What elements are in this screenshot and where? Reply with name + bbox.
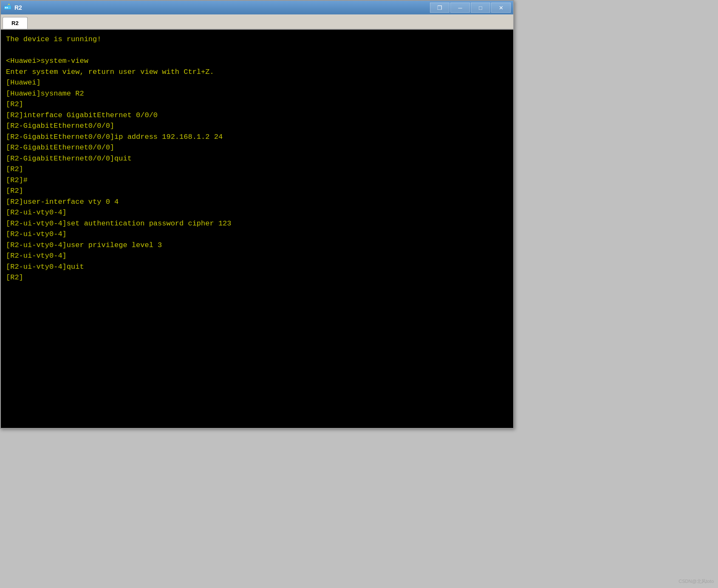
tab-bar: R2 (1, 14, 513, 30)
restore-button[interactable]: ❐ (430, 3, 449, 13)
svg-point-1 (5, 7, 6, 8)
title-bar-left: R2 (3, 3, 22, 12)
title-bar-buttons: ❐ ─ □ ✕ (430, 3, 511, 13)
tab-r2[interactable]: R2 (3, 17, 28, 29)
terminal-output[interactable]: The device is running! <Huawei>system-vi… (1, 30, 513, 428)
main-window: R2 ❐ ─ □ ✕ R2 The device is running! <Hu… (0, 0, 514, 429)
window-title: R2 (14, 4, 22, 11)
minimize-button[interactable]: ─ (450, 3, 470, 13)
svg-point-2 (7, 7, 8, 8)
maximize-button[interactable]: □ (471, 3, 490, 13)
title-bar: R2 ❐ ─ □ ✕ (1, 1, 513, 14)
close-button[interactable]: ✕ (491, 3, 511, 13)
watermark: CSDN@北风toto (678, 578, 714, 585)
router-icon (3, 3, 12, 12)
